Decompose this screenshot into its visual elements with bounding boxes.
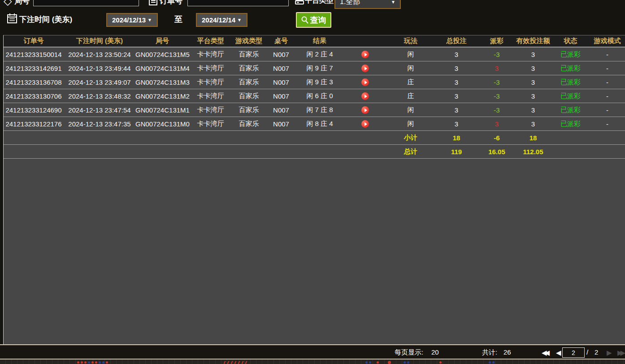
valid-bet-cell: 3 [515,89,551,103]
status-badge: 已派彩 [551,117,590,131]
table-no-cell: N007 [266,103,296,117]
chevron-down-icon: ▼ [148,17,152,22]
total-payout: 16.05 [479,145,515,159]
payout-cell: -3 [479,47,515,61]
order-input[interactable] [187,0,289,6]
game-cell: 百家乐 [232,75,266,89]
platform-cell: 卡卡湾厅 [189,117,232,131]
round-cell: GN00724C131M4 [135,61,189,75]
list-icon [149,0,157,5]
result-cell: 闲 9 庄 3 [296,75,343,89]
col-order: 订单号 [4,35,64,47]
table-no-cell: N007 [266,61,296,75]
valid-bet-cell: 3 [515,47,551,61]
total-pages: 2 [595,348,598,356]
order-cell: 241213233136708 [4,75,64,89]
round-cell: GN00724C131M0 [135,117,189,131]
col-result: 结果 [296,35,343,47]
date-to-value: 2024/12/14 [202,16,235,24]
order-cell: 241213233130706 [4,89,64,103]
replay-cell [343,47,387,61]
replay-icon[interactable] [361,51,369,58]
subtotal-spacer [551,131,625,145]
play-cell: 庄 [387,75,434,89]
table-row: 241213233130706 2024-12-13 23:48:32 GN00… [4,89,625,103]
replay-icon[interactable] [361,78,369,86]
subtotal-label: 小计 [387,131,434,145]
round-label: 局号 [14,0,30,6]
bet-cell: 3 [434,75,479,89]
replay-icon[interactable] [361,65,369,72]
time-cell: 2024-12-13 23:50:24 [64,47,135,61]
platform-icon [295,0,304,4]
total-spacer [4,145,387,159]
col-game-type: 游戏类型 [232,35,266,47]
page-input[interactable] [562,347,585,358]
round-cell: GN00724C131M2 [135,89,189,103]
empty-area [4,159,625,159]
time-cell: 2024-12-13 23:49:07 [64,75,135,89]
status-badge: 已派彩 [551,61,590,75]
time-cell: 2024-12-13 23:49:44 [64,61,135,75]
col-play: 玩法 [387,35,434,47]
bet-cell: 3 [434,89,479,103]
table-row: 241213233142691 2024-12-13 23:49:44 GN00… [4,61,625,75]
replay-cell [343,103,387,117]
total-count-label: 共计: [482,348,497,357]
bet-cell: 3 [434,117,479,131]
mode-cell: - [590,89,625,103]
prev-page-button[interactable]: ◀ [556,349,561,357]
table-row: 241213233136708 2024-12-13 23:49:07 GN00… [4,75,625,89]
date-from-picker[interactable]: 2024/12/13 ▼ [106,13,158,27]
play-cell: 闲 [387,61,434,75]
platform-label: 平台类型 [305,0,334,5]
table-no-cell: N007 [266,89,296,103]
replay-icon[interactable] [361,92,369,100]
game-cell: 百家乐 [232,89,266,103]
mode-cell: - [590,103,625,117]
order-label: 订单号 [160,0,182,6]
platform-cell: 卡卡湾厅 [189,103,232,117]
game-cell: 百家乐 [232,103,266,117]
total-row: 总计 119 16.05 112.05 [4,145,625,159]
last-page-button[interactable]: ▶▶ [617,349,623,357]
col-round: 局号 [135,35,189,47]
table-row: 241213233122176 2024-12-13 23:47:35 GN00… [4,117,625,131]
valid-bet-cell: 3 [515,117,551,131]
next-page-button[interactable]: ▶ [607,349,612,357]
search-button[interactable]: 查询 [296,12,331,28]
date-from-value: 2024/12/13 [112,16,146,24]
valid-bet-cell: 3 [515,103,551,117]
platform-cell: 卡卡湾厅 [189,47,232,61]
platform-select[interactable]: 1.全部 ▼ [334,0,401,9]
round-input[interactable] [33,0,139,6]
valid-bet-cell: 3 [515,61,551,75]
play-cell: 庄 [387,89,434,103]
replay-icon[interactable] [361,106,369,114]
per-page-label: 每页显示: [395,348,423,357]
replay-cell [343,75,387,89]
replay-cell [343,89,387,103]
replay-icon[interactable] [361,120,369,128]
col-game-mode: 游戏模式 [590,35,625,47]
table-row: 241213233124690 2024-12-13 23:47:54 GN00… [4,103,625,117]
time-cell: 2024-12-13 23:47:35 [64,117,135,131]
subtotal-spacer [4,131,387,145]
order-cell: 241213233124690 [4,103,64,117]
mode-cell: - [590,47,625,61]
payout-cell: -3 [479,75,515,89]
status-badge: 已派彩 [551,89,590,103]
order-cell: 241213233142691 [4,61,64,75]
bet-cell: 3 [434,47,479,61]
payout-value: -3 [494,92,499,100]
bet-cell: 3 [434,61,479,75]
time-cell: 2024-12-13 23:48:32 [64,89,135,103]
game-cell: 百家乐 [232,47,266,61]
first-page-button[interactable]: ◀◀ [542,349,547,357]
payout-value: 3 [495,120,499,128]
col-total-bet: 总投注 [434,35,479,47]
round-cell: GN00724C131M1 [135,103,189,117]
date-to-picker[interactable]: 2024/12/14 ▼ [196,13,247,27]
platform-cell: 卡卡湾厅 [189,61,232,75]
subtotal-payout: -6 [479,131,515,145]
